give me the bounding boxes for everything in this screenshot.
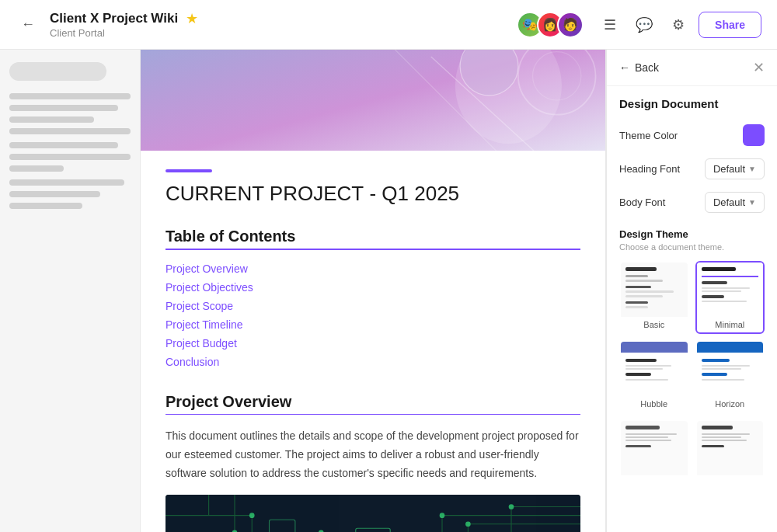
back-label: Back <box>635 61 659 74</box>
theme-card-basic[interactable]: Basic <box>619 261 689 334</box>
heading-font-arrow: ▼ <box>748 165 756 173</box>
banner-image <box>141 50 605 151</box>
toc-item-5[interactable]: Project Budget <box>166 337 580 349</box>
design-theme-section: Design Theme Choose a document theme. <box>607 219 777 492</box>
heading-main: CURRENT PROJECT <box>166 182 364 205</box>
panel-close-button[interactable]: ✕ <box>753 59 765 76</box>
sidebar-line <box>9 142 118 148</box>
overview-divider <box>166 414 580 416</box>
sidebar-nav <box>9 93 131 134</box>
comment-icon[interactable]: 💬 <box>630 11 658 39</box>
toc-divider <box>166 249 580 250</box>
design-theme-title: Design Theme <box>619 228 765 240</box>
toc-item-3[interactable]: Project Scope <box>166 300 580 312</box>
overview-body: This document outlines the details and s… <box>166 427 580 482</box>
overview-title: Project Overview <box>166 393 580 411</box>
svg-rect-9 <box>166 495 580 532</box>
theme-card-5[interactable] <box>619 419 689 483</box>
theme-preview-6 <box>697 421 764 475</box>
heading-font-label: Heading Font <box>619 163 680 175</box>
heading-suffix: - Q1 2025 <box>369 182 459 205</box>
panel-back-button[interactable]: ← Back <box>619 61 659 74</box>
svg-point-30 <box>249 513 255 519</box>
sidebar-nav-3 <box>9 179 131 209</box>
circuit-image <box>166 495 580 532</box>
doc-content: CURRENT PROJECT - Q1 2025 Table of Conte… <box>141 151 605 532</box>
toc-item-1[interactable]: Project Overview <box>166 263 580 275</box>
heading-font-value: Default <box>713 163 745 175</box>
sidebar-line <box>9 128 131 134</box>
body-font-row: Body Font Default ▼ <box>607 186 777 219</box>
sidebar-nav-2 <box>9 142 131 172</box>
theme-label-5 <box>621 475 688 482</box>
doc-title-area: Client X Project Wiki ★ Client Portal <box>50 10 198 39</box>
document-area: CURRENT PROJECT - Q1 2025 Table of Conte… <box>140 50 606 532</box>
document-heading: CURRENT PROJECT - Q1 2025 <box>166 182 580 206</box>
theme-grid: Basic Min <box>619 261 765 483</box>
sidebar-line <box>9 179 124 186</box>
doc-subtitle: Client Portal <box>50 27 198 39</box>
app-header: ← Client X Project Wiki ★ Client Portal … <box>0 0 777 50</box>
purple-accent-bar <box>166 169 212 172</box>
sidebar-line <box>9 116 94 123</box>
sidebar-line <box>9 191 100 197</box>
sidebar-line <box>9 93 131 99</box>
body-font-select[interactable]: Default ▼ <box>705 192 765 213</box>
theme-preview-5 <box>621 421 688 475</box>
project-overview-section: Project Overview This document outlines … <box>166 393 580 533</box>
theme-preview-horizon <box>697 342 764 396</box>
settings-icon[interactable]: ⚙ <box>664 11 692 39</box>
doc-banner <box>141 50 605 151</box>
theme-preview-basic <box>621 263 688 317</box>
theme-preview-hubble <box>621 342 688 396</box>
theme-label-hubble: Hubble <box>621 396 688 412</box>
toc-title: Table of Contents <box>166 228 580 245</box>
body-font-arrow: ▼ <box>748 198 756 207</box>
theme-card-horizon[interactable]: Horizon <box>695 340 765 413</box>
share-button[interactable]: Share <box>699 12 761 38</box>
theme-label-basic: Basic <box>621 317 688 332</box>
toc-section: Table of Contents Project Overview Proje… <box>166 228 580 368</box>
horizon-header-bar <box>697 342 764 353</box>
design-theme-subtitle: Choose a document theme. <box>619 242 765 252</box>
back-arrow-icon: ← <box>619 61 630 74</box>
theme-preview-minimal <box>697 263 764 317</box>
svg-point-38 <box>440 513 445 519</box>
left-sidebar <box>0 50 140 532</box>
sidebar-line <box>9 154 131 160</box>
theme-label-6 <box>697 475 764 482</box>
theme-label-minimal: Minimal <box>697 317 764 332</box>
heading-font-row: Heading Font Default ▼ <box>607 152 777 186</box>
back-button[interactable]: ← <box>16 12 40 37</box>
avatar-3: 🧑 <box>557 12 584 38</box>
star-icon[interactable]: ★ <box>186 10 198 27</box>
main-layout: CURRENT PROJECT - Q1 2025 Table of Conte… <box>0 50 777 532</box>
right-panel: ← Back ✕ Design Document Theme Color Hea… <box>606 50 777 532</box>
body-font-label: Body Font <box>619 196 665 208</box>
hubble-header-bar <box>621 342 688 353</box>
header-right: 🎭 👩 🧑 ☰ 💬 ⚙ Share <box>517 11 761 39</box>
toc-item-6[interactable]: Conclusion <box>166 356 580 368</box>
heading-font-select[interactable]: Default ▼ <box>705 158 765 179</box>
sidebar-line <box>9 165 64 172</box>
theme-card-hubble[interactable]: Hubble <box>619 340 689 413</box>
theme-color-swatch[interactable] <box>743 124 765 146</box>
theme-card-minimal[interactable]: Minimal <box>695 261 765 334</box>
toc-item-2[interactable]: Project Objectives <box>166 281 580 294</box>
svg-point-35 <box>509 505 514 510</box>
svg-point-32 <box>465 522 471 527</box>
panel-header: ← Back ✕ <box>607 50 777 86</box>
panel-section-title: Design Document <box>607 86 777 118</box>
theme-card-6[interactable] <box>695 419 765 483</box>
theme-color-label: Theme Color <box>619 130 678 141</box>
body-font-value: Default <box>713 196 745 208</box>
sidebar-line <box>9 203 82 209</box>
toc-item-4[interactable]: Project Timeline <box>166 318 580 331</box>
header-left: ← Client X Project Wiki ★ Client Portal <box>16 10 198 39</box>
sidebar-pill <box>9 62 106 81</box>
doc-title: Client X Project Wiki <box>50 11 178 26</box>
theme-label-horizon: Horizon <box>697 396 764 412</box>
menu-icon[interactable]: ☰ <box>596 11 624 39</box>
sidebar-line <box>9 105 118 111</box>
avatar-group: 🎭 👩 🧑 <box>517 12 584 38</box>
